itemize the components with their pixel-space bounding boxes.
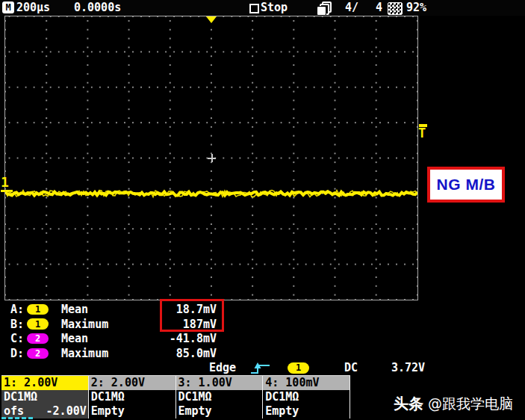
measurement-slot-label: B: (10, 318, 27, 331)
watermark-handle: @跟我学电脑 (423, 395, 513, 412)
channel-settings-bar: 1: 2.00V DC1MΩ ofs -2.00V 2: 2.00V DC1MΩ… (1, 375, 350, 419)
ng-annotation-text: NG M/B (437, 176, 496, 194)
channel2-settings: 2: 2.00V DC1MΩ Empty (89, 376, 176, 419)
channel4-coupling: DC1MΩ (265, 390, 350, 404)
channel1-badge: 1 (27, 318, 49, 330)
watermark: 头条 @跟我学电脑 (394, 394, 513, 414)
measurement-row-c: C: 2 Mean -41.8mV (10, 331, 217, 346)
main-timebase-icon: M (2, 1, 14, 13)
channel1-scale: 1: 2.00V (1, 376, 88, 390)
measurement-value: 85.0mV (143, 347, 217, 360)
timebase-value: 200µs (16, 0, 50, 16)
ng-annotation-box: NG M/B (427, 167, 505, 203)
measurement-row-d: D: 2 Maximum 85.0mV (10, 346, 217, 361)
channel1-offset-value: -2.00V (46, 404, 87, 419)
measurement-name: Mean (61, 332, 143, 345)
channel3-scale: 3: 1.00V (176, 376, 263, 390)
bottom-tick-marks (1, 417, 33, 419)
trigger-source-badge: 1 (288, 362, 309, 374)
history-pages-icon (317, 1, 331, 14)
stop-square-icon (249, 4, 259, 13)
measurement-name: Maximum (61, 347, 143, 360)
trigger-level-t-label: T (418, 126, 426, 140)
channel2-badge: 2 (27, 333, 49, 345)
channel2-status: Empty (91, 404, 125, 419)
battery-percentage: 92% (406, 0, 426, 16)
oscilloscope-screen: M 200µs 0.0000s Stop 4/ 4 92% 1 T NG M/B… (0, 0, 525, 420)
trigger-coupling: DC (344, 361, 358, 375)
measurement-name: Mean (61, 303, 143, 316)
channel4-scale: 4: 100mV (263, 376, 350, 390)
watermark-brand: 头条 (394, 395, 423, 413)
top-status-bar: M 200µs 0.0000s Stop 4/ 4 92% (0, 0, 525, 16)
trigger-level-marker: T (418, 124, 433, 146)
channel3-status: Empty (178, 404, 212, 419)
rising-edge-icon (249, 362, 272, 374)
delay-value: 0.0000s (74, 0, 121, 16)
measurement-name: Maximum (61, 318, 143, 331)
trigger-level-value: 3.72V (391, 361, 425, 375)
brightness-icon (388, 2, 403, 15)
channel4-settings: 4: 100mV DC1MΩ Empty (263, 376, 350, 419)
measurement-slot-label: C: (10, 332, 27, 345)
channel3-coupling: DC1MΩ (178, 390, 263, 404)
channel1-waveform-trace (5, 16, 417, 300)
channel3-settings: 3: 1.00V DC1MΩ Empty (176, 376, 264, 419)
history-total: 4 (376, 0, 382, 16)
measurement-slot-label: D: (10, 347, 27, 360)
channel2-scale: 2: 2.00V (89, 376, 175, 390)
history-current: 4/ (345, 0, 358, 16)
trigger-type: Edge (209, 361, 236, 375)
channel4-status: Empty (265, 404, 299, 419)
channel2-badge: 2 (27, 348, 49, 359)
acquisition-state: Stop (261, 0, 288, 16)
highlight-red-box (160, 299, 224, 332)
measurement-slot-label: A: (10, 303, 27, 316)
trigger-settings-row: Edge 1 DC 3.72V (0, 361, 525, 375)
channel1-settings: 1: 2.00V DC1MΩ ofs -2.00V (1, 376, 89, 419)
channel2-coupling: DC1MΩ (91, 390, 175, 404)
waveform-graticule: 1 (4, 16, 418, 300)
channel1-badge: 1 (27, 304, 49, 315)
measurement-value: -41.8mV (143, 332, 217, 345)
channel1-coupling: DC1MΩ (4, 390, 88, 404)
